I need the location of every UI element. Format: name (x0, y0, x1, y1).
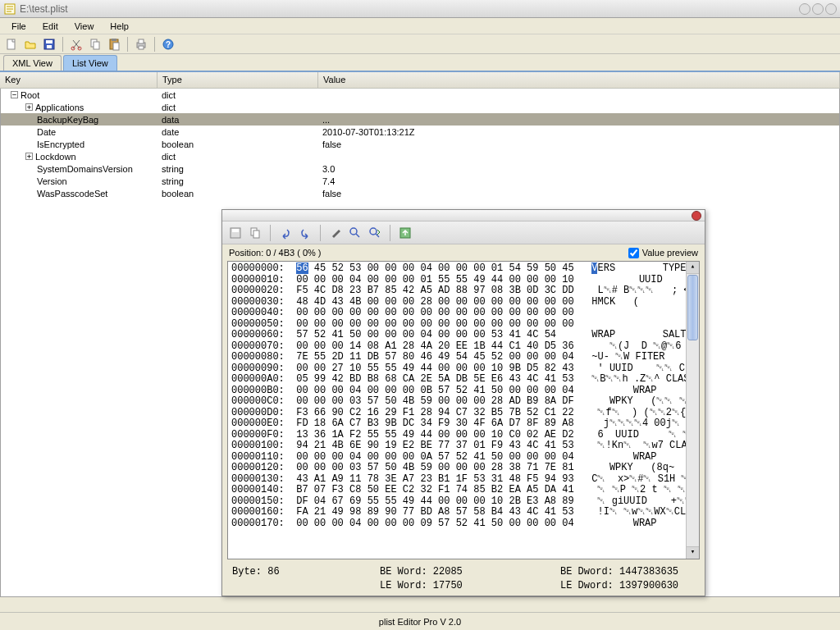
tree-value-label: 7.4 (319, 176, 839, 186)
tree-type-label: boolean (158, 139, 319, 149)
tree-row[interactable]: IsEncryptedbooleanfalse (1, 138, 839, 150)
svg-rect-4 (47, 45, 52, 48)
tree-value-label: 3.0 (319, 164, 839, 174)
hex-viewer-window: Position: 0 / 4B3 ( 0% ) Value preview 0… (221, 209, 705, 596)
tree-value-label: false (319, 139, 839, 149)
expand-icon[interactable]: − (11, 91, 18, 98)
hex-line: 000000A0: 05 99 42 BD B8 68 CA 2E 5A DB … (231, 374, 696, 386)
tree-key-label: BackupKeyBag (37, 115, 98, 125)
tree-row[interactable]: WasPasscodeSetbooleanfalse (1, 187, 839, 199)
menubar: File Edit View Help (0, 18, 840, 34)
tree-key-label: SystemDomainsVersion (37, 164, 133, 174)
menu-view[interactable]: View (66, 20, 103, 33)
copy-button[interactable] (87, 36, 103, 52)
expand-icon[interactable]: + (25, 103, 33, 111)
hex-line: 00000140: B7 07 F3 C8 50 EE C2 32 F1 74 … (231, 485, 696, 496)
svg-rect-3 (46, 40, 52, 43)
tree-value-label: 2010-07-30T01:13:21Z (319, 127, 839, 137)
tab-xml-view[interactable]: XML View (3, 55, 62, 71)
column-header-value[interactable]: Value (318, 72, 840, 88)
close-button[interactable] (825, 3, 837, 15)
hex-export-button[interactable] (397, 225, 413, 241)
tree-row[interactable]: −Rootdict (1, 89, 839, 101)
tabs: XML View List View (0, 54, 840, 72)
tree-type-label: string (158, 176, 319, 186)
column-header-type[interactable]: Type (158, 72, 318, 88)
save-button[interactable] (41, 36, 57, 52)
hex-line: 00000070: 00 00 00 14 08 A1 28 4A 20 EE … (231, 341, 696, 353)
svg-rect-18 (232, 229, 239, 232)
menu-help[interactable]: Help (102, 20, 137, 33)
tree-row[interactable]: SystemDomainsVersionstring3.0 (1, 162, 839, 175)
svg-rect-14 (139, 46, 144, 49)
tree-type-label: date (158, 127, 319, 137)
tree-key-label: Applications (35, 103, 84, 112)
hex-line: 00000110: 00 00 00 04 00 00 00 0A 57 52 … (231, 452, 696, 463)
minimize-button[interactable] (799, 3, 810, 15)
scroll-up-arrow[interactable]: ▴ (687, 262, 699, 274)
tree-row[interactable]: Versionstring7.4 (1, 175, 839, 187)
hex-save-button[interactable] (227, 225, 244, 241)
svg-rect-8 (94, 42, 99, 49)
hex-line: 00000120: 00 00 00 03 57 50 4B 59 00 00 … (231, 463, 696, 474)
hex-bedword: BE Dword: 1447383635 (560, 566, 724, 578)
hex-scrollbar[interactable]: ▴ ▾ (686, 262, 699, 559)
hex-redo-button[interactable] (297, 225, 313, 241)
tree-type-label: dict (158, 103, 319, 112)
svg-point-21 (350, 228, 357, 235)
tree-value-label: false (319, 189, 839, 199)
hex-copy-button[interactable] (247, 225, 263, 241)
svg-rect-20 (253, 231, 259, 238)
hex-line: 00000020: F5 4C D8 23 B7 85 42 A5 AD 88 … (231, 285, 696, 297)
hex-undo-button[interactable] (277, 225, 294, 241)
hex-find-button[interactable] (347, 225, 363, 241)
hex-header: Position: 0 / 4B3 ( 0% ) Value preview (222, 244, 705, 261)
tree-value-label: ... (319, 115, 839, 125)
hex-line: 000000E0: FD 18 6A C7 B3 9B DC 34 F9 30 … (231, 418, 696, 430)
tree-key-label: Root (21, 90, 39, 100)
tab-list-view[interactable]: List View (63, 55, 117, 71)
toolbar: ? (0, 34, 840, 54)
scroll-thumb[interactable] (687, 275, 698, 340)
cut-button[interactable] (68, 36, 84, 52)
hex-line: 000000B0: 00 00 00 04 00 00 00 0B 57 52 … (231, 386, 696, 397)
value-preview-label: Value preview (642, 248, 698, 258)
hex-close-button[interactable] (692, 211, 701, 221)
column-header-key[interactable]: Key (0, 72, 158, 88)
paste-button[interactable] (106, 36, 122, 52)
tree-type-label: dict (158, 152, 319, 162)
svg-point-22 (370, 228, 377, 235)
hex-line: 00000130: 43 A1 A9 11 78 3E A7 23 B1 1F … (231, 474, 696, 486)
menu-edit[interactable]: Edit (34, 20, 66, 33)
print-button[interactable] (133, 36, 149, 52)
statusbar-text: plist Editor Pro V 2.0 (379, 617, 461, 627)
tree-row[interactable]: +Applicationsdict (1, 101, 839, 113)
hex-line: 00000160: FA 21 49 98 89 90 77 BD A8 57 … (231, 507, 696, 518)
hex-find-next-button[interactable] (367, 225, 383, 241)
svg-text:?: ? (166, 40, 171, 49)
tree-row[interactable]: BackupKeyBagdata... (1, 113, 839, 126)
hex-titlebar[interactable] (222, 210, 705, 221)
tree-row[interactable]: Datedate2010-07-30T01:13:21Z (1, 126, 839, 138)
scroll-down-arrow[interactable]: ▾ (687, 546, 699, 559)
tree-type-label: boolean (158, 189, 319, 199)
help-button[interactable]: ? (160, 36, 176, 52)
tree-type-label: data (158, 115, 319, 125)
tree-key-label: Version (37, 176, 67, 186)
tree-row[interactable]: +Lockdowndict (1, 150, 839, 162)
value-preview-input[interactable] (628, 248, 639, 258)
expand-icon[interactable]: + (25, 153, 33, 160)
hex-line: 00000010: 00 00 00 04 00 00 00 01 55 55 … (231, 275, 696, 286)
new-file-button[interactable] (3, 36, 20, 52)
statusbar: plist Editor Pro V 2.0 (0, 612, 840, 630)
tree-key-label: Lockdown (35, 152, 76, 162)
hex-brush-button[interactable] (327, 225, 344, 241)
svg-rect-13 (139, 39, 144, 43)
value-preview-checkbox[interactable]: Value preview (628, 248, 698, 258)
hex-body[interactable]: 00000000: 56 45 52 53 00 00 00 04 00 00 … (227, 261, 700, 559)
hex-line: 00000170: 00 00 00 04 00 00 00 09 57 52 … (231, 518, 696, 530)
menu-file[interactable]: File (3, 20, 34, 33)
maximize-button[interactable] (812, 3, 824, 15)
open-file-button[interactable] (22, 36, 39, 52)
hex-line: 00000060: 57 52 41 50 00 00 00 04 00 00 … (231, 330, 696, 341)
